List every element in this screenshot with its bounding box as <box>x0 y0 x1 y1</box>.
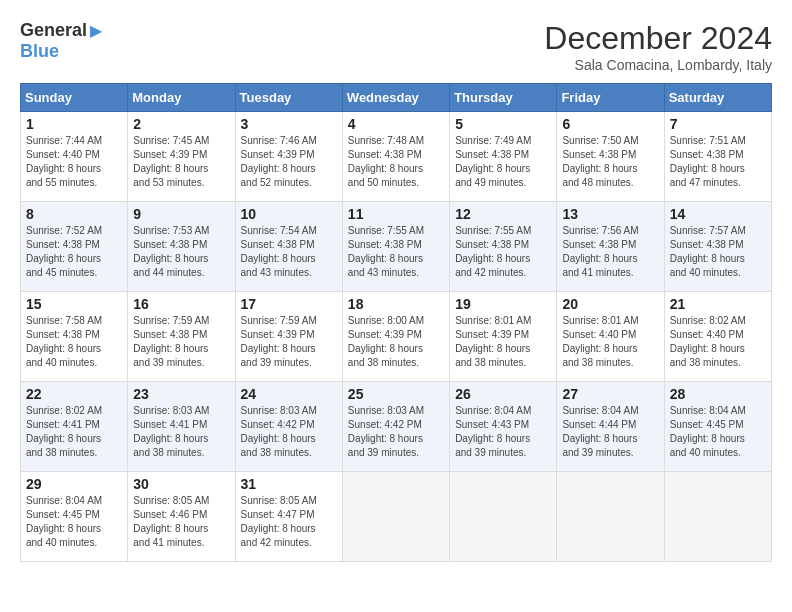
weekday-header-row: SundayMondayTuesdayWednesdayThursdayFrid… <box>21 84 772 112</box>
calendar-cell: 7Sunrise: 7:51 AM Sunset: 4:38 PM Daylig… <box>664 112 771 202</box>
calendar-cell: 17Sunrise: 7:59 AM Sunset: 4:39 PM Dayli… <box>235 292 342 382</box>
day-info: Sunrise: 7:45 AM Sunset: 4:39 PM Dayligh… <box>133 134 229 190</box>
calendar-cell: 18Sunrise: 8:00 AM Sunset: 4:39 PM Dayli… <box>342 292 449 382</box>
calendar-cell: 21Sunrise: 8:02 AM Sunset: 4:40 PM Dayli… <box>664 292 771 382</box>
day-info: Sunrise: 8:04 AM Sunset: 4:45 PM Dayligh… <box>26 494 122 550</box>
calendar-cell: 27Sunrise: 8:04 AM Sunset: 4:44 PM Dayli… <box>557 382 664 472</box>
logo-blue: Blue <box>20 41 59 61</box>
day-info: Sunrise: 7:58 AM Sunset: 4:38 PM Dayligh… <box>26 314 122 370</box>
calendar-cell <box>450 472 557 562</box>
day-number: 14 <box>670 206 766 222</box>
calendar-week-row: 29Sunrise: 8:04 AM Sunset: 4:45 PM Dayli… <box>21 472 772 562</box>
logo-icon: ▶ <box>90 22 102 39</box>
weekday-header-wednesday: Wednesday <box>342 84 449 112</box>
calendar-cell <box>664 472 771 562</box>
calendar-cell: 9Sunrise: 7:53 AM Sunset: 4:38 PM Daylig… <box>128 202 235 292</box>
day-info: Sunrise: 8:05 AM Sunset: 4:47 PM Dayligh… <box>241 494 337 550</box>
calendar-cell: 19Sunrise: 8:01 AM Sunset: 4:39 PM Dayli… <box>450 292 557 382</box>
calendar-cell: 8Sunrise: 7:52 AM Sunset: 4:38 PM Daylig… <box>21 202 128 292</box>
weekday-header-friday: Friday <box>557 84 664 112</box>
day-number: 16 <box>133 296 229 312</box>
weekday-header-sunday: Sunday <box>21 84 128 112</box>
day-number: 30 <box>133 476 229 492</box>
calendar-cell: 23Sunrise: 8:03 AM Sunset: 4:41 PM Dayli… <box>128 382 235 472</box>
day-number: 29 <box>26 476 122 492</box>
day-number: 27 <box>562 386 658 402</box>
day-number: 3 <box>241 116 337 132</box>
calendar-cell: 15Sunrise: 7:58 AM Sunset: 4:38 PM Dayli… <box>21 292 128 382</box>
day-info: Sunrise: 7:44 AM Sunset: 4:40 PM Dayligh… <box>26 134 122 190</box>
day-number: 24 <box>241 386 337 402</box>
day-number: 12 <box>455 206 551 222</box>
calendar-cell: 26Sunrise: 8:04 AM Sunset: 4:43 PM Dayli… <box>450 382 557 472</box>
month-title: December 2024 <box>544 20 772 57</box>
calendar-week-row: 15Sunrise: 7:58 AM Sunset: 4:38 PM Dayli… <box>21 292 772 382</box>
day-number: 20 <box>562 296 658 312</box>
calendar-cell: 25Sunrise: 8:03 AM Sunset: 4:42 PM Dayli… <box>342 382 449 472</box>
calendar-cell: 31Sunrise: 8:05 AM Sunset: 4:47 PM Dayli… <box>235 472 342 562</box>
day-info: Sunrise: 7:51 AM Sunset: 4:38 PM Dayligh… <box>670 134 766 190</box>
calendar-cell <box>342 472 449 562</box>
day-info: Sunrise: 7:46 AM Sunset: 4:39 PM Dayligh… <box>241 134 337 190</box>
weekday-header-tuesday: Tuesday <box>235 84 342 112</box>
header: General▶ Blue December 2024 Sala Comacin… <box>20 20 772 73</box>
day-info: Sunrise: 8:02 AM Sunset: 4:41 PM Dayligh… <box>26 404 122 460</box>
calendar-cell: 11Sunrise: 7:55 AM Sunset: 4:38 PM Dayli… <box>342 202 449 292</box>
day-number: 22 <box>26 386 122 402</box>
day-info: Sunrise: 8:01 AM Sunset: 4:39 PM Dayligh… <box>455 314 551 370</box>
day-number: 1 <box>26 116 122 132</box>
day-number: 18 <box>348 296 444 312</box>
calendar-table: SundayMondayTuesdayWednesdayThursdayFrid… <box>20 83 772 562</box>
calendar-cell: 3Sunrise: 7:46 AM Sunset: 4:39 PM Daylig… <box>235 112 342 202</box>
day-info: Sunrise: 8:02 AM Sunset: 4:40 PM Dayligh… <box>670 314 766 370</box>
day-info: Sunrise: 7:50 AM Sunset: 4:38 PM Dayligh… <box>562 134 658 190</box>
day-info: Sunrise: 8:04 AM Sunset: 4:44 PM Dayligh… <box>562 404 658 460</box>
calendar-week-row: 22Sunrise: 8:02 AM Sunset: 4:41 PM Dayli… <box>21 382 772 472</box>
day-number: 28 <box>670 386 766 402</box>
calendar-cell: 29Sunrise: 8:04 AM Sunset: 4:45 PM Dayli… <box>21 472 128 562</box>
calendar-cell: 2Sunrise: 7:45 AM Sunset: 4:39 PM Daylig… <box>128 112 235 202</box>
day-info: Sunrise: 8:03 AM Sunset: 4:41 PM Dayligh… <box>133 404 229 460</box>
day-info: Sunrise: 7:55 AM Sunset: 4:38 PM Dayligh… <box>455 224 551 280</box>
day-info: Sunrise: 7:57 AM Sunset: 4:38 PM Dayligh… <box>670 224 766 280</box>
day-number: 5 <box>455 116 551 132</box>
calendar-cell: 4Sunrise: 7:48 AM Sunset: 4:38 PM Daylig… <box>342 112 449 202</box>
day-number: 2 <box>133 116 229 132</box>
day-info: Sunrise: 7:53 AM Sunset: 4:38 PM Dayligh… <box>133 224 229 280</box>
day-info: Sunrise: 8:00 AM Sunset: 4:39 PM Dayligh… <box>348 314 444 370</box>
logo-general: General <box>20 20 87 40</box>
day-number: 19 <box>455 296 551 312</box>
calendar-cell: 30Sunrise: 8:05 AM Sunset: 4:46 PM Dayli… <box>128 472 235 562</box>
calendar-cell: 22Sunrise: 8:02 AM Sunset: 4:41 PM Dayli… <box>21 382 128 472</box>
day-number: 6 <box>562 116 658 132</box>
weekday-header-monday: Monday <box>128 84 235 112</box>
calendar-cell: 1Sunrise: 7:44 AM Sunset: 4:40 PM Daylig… <box>21 112 128 202</box>
day-info: Sunrise: 7:55 AM Sunset: 4:38 PM Dayligh… <box>348 224 444 280</box>
day-number: 23 <box>133 386 229 402</box>
day-number: 15 <box>26 296 122 312</box>
day-info: Sunrise: 8:05 AM Sunset: 4:46 PM Dayligh… <box>133 494 229 550</box>
day-info: Sunrise: 8:04 AM Sunset: 4:45 PM Dayligh… <box>670 404 766 460</box>
day-info: Sunrise: 8:03 AM Sunset: 4:42 PM Dayligh… <box>241 404 337 460</box>
day-info: Sunrise: 8:01 AM Sunset: 4:40 PM Dayligh… <box>562 314 658 370</box>
day-info: Sunrise: 7:49 AM Sunset: 4:38 PM Dayligh… <box>455 134 551 190</box>
day-info: Sunrise: 7:48 AM Sunset: 4:38 PM Dayligh… <box>348 134 444 190</box>
calendar-week-row: 1Sunrise: 7:44 AM Sunset: 4:40 PM Daylig… <box>21 112 772 202</box>
day-info: Sunrise: 7:52 AM Sunset: 4:38 PM Dayligh… <box>26 224 122 280</box>
day-info: Sunrise: 7:56 AM Sunset: 4:38 PM Dayligh… <box>562 224 658 280</box>
day-number: 25 <box>348 386 444 402</box>
day-number: 13 <box>562 206 658 222</box>
calendar-week-row: 8Sunrise: 7:52 AM Sunset: 4:38 PM Daylig… <box>21 202 772 292</box>
day-number: 17 <box>241 296 337 312</box>
calendar-cell: 20Sunrise: 8:01 AM Sunset: 4:40 PM Dayli… <box>557 292 664 382</box>
weekday-header-saturday: Saturday <box>664 84 771 112</box>
calendar-cell: 28Sunrise: 8:04 AM Sunset: 4:45 PM Dayli… <box>664 382 771 472</box>
calendar-cell: 12Sunrise: 7:55 AM Sunset: 4:38 PM Dayli… <box>450 202 557 292</box>
day-number: 10 <box>241 206 337 222</box>
day-info: Sunrise: 7:59 AM Sunset: 4:38 PM Dayligh… <box>133 314 229 370</box>
title-area: December 2024 Sala Comacina, Lombardy, I… <box>544 20 772 73</box>
calendar-cell: 13Sunrise: 7:56 AM Sunset: 4:38 PM Dayli… <box>557 202 664 292</box>
calendar-cell: 10Sunrise: 7:54 AM Sunset: 4:38 PM Dayli… <box>235 202 342 292</box>
day-info: Sunrise: 7:59 AM Sunset: 4:39 PM Dayligh… <box>241 314 337 370</box>
calendar-cell: 24Sunrise: 8:03 AM Sunset: 4:42 PM Dayli… <box>235 382 342 472</box>
